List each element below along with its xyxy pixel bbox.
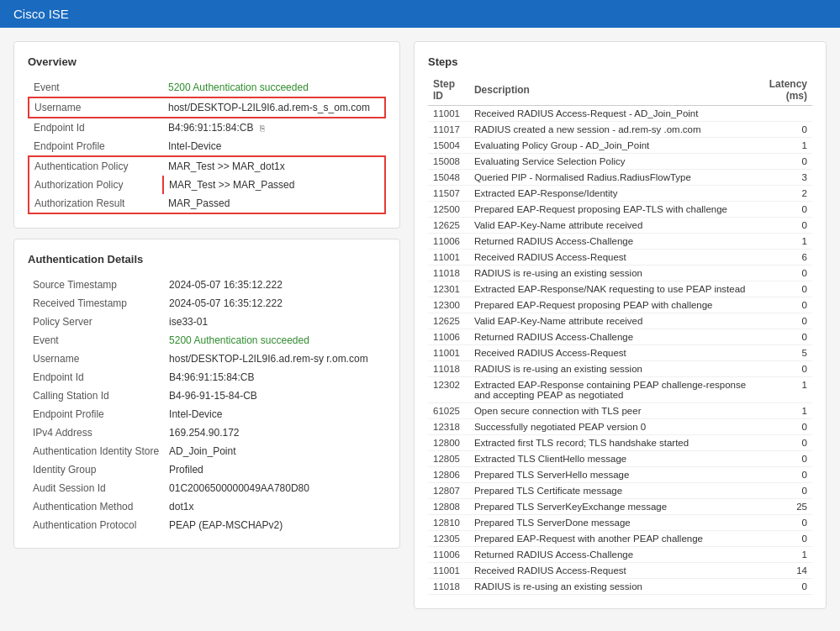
step-desc: Extracted TLS ClientHello message xyxy=(469,451,752,467)
col-step-id: Step ID xyxy=(428,75,469,106)
auth-detail-label: Endpoint Profile xyxy=(28,405,164,423)
overview-endpointid-row: Endpoint Id B4:96:91:15:84:CB ⎘ xyxy=(29,118,385,137)
steps-row: 11001Received RADIUS Access-Request14 xyxy=(428,563,812,579)
overview-auth-policy-value: MAR_Test >> MAR_dot1x xyxy=(163,156,385,176)
steps-row: 12625Valid EAP-Key-Name attribute receiv… xyxy=(428,218,812,234)
step-latency: 0 xyxy=(752,531,812,547)
auth-detail-value: host/DESKTOP-L2IL9I6.ad.rem-sy r.om.com xyxy=(164,350,386,368)
step-latency: 0 xyxy=(752,154,812,170)
auth-detail-value: AD_Join_Point xyxy=(164,442,386,460)
left-panel: Overview Event 5200 Authentication succe… xyxy=(13,41,400,609)
step-id: 12302 xyxy=(428,377,469,403)
auth-detail-row: Authentication Methoddot1x xyxy=(28,497,386,516)
overview-endpointid-value: B4:96:91:15:84:CB ⎘ xyxy=(163,118,385,137)
step-latency: 0 xyxy=(752,483,812,499)
auth-detail-row: Endpoint IdB4:96:91:15:84:CB xyxy=(28,368,386,386)
overview-authz-policy-label: Authorization Policy xyxy=(29,176,163,194)
step-desc: Returned RADIUS Access-Challenge xyxy=(469,329,752,345)
overview-heading: Overview xyxy=(28,55,386,68)
step-latency: 0 xyxy=(752,122,812,138)
step-desc: Prepared TLS Certificate message xyxy=(469,483,752,499)
auth-detail-label: Endpoint Id xyxy=(28,368,164,386)
overview-authz-result-row: Authorization Result MAR_Passed xyxy=(29,194,385,213)
step-desc: Valid EAP-Key-Name attribute received xyxy=(469,313,752,329)
step-latency: 0 xyxy=(752,313,812,329)
step-desc: Valid EAP-Key-Name attribute received xyxy=(469,218,752,234)
right-panel: Steps Step ID Description Latency (ms) 1… xyxy=(414,41,827,609)
step-latency: 1 xyxy=(752,403,812,419)
step-latency: 1 xyxy=(752,234,812,250)
step-id: 15048 xyxy=(428,170,469,186)
step-id: 12808 xyxy=(428,499,469,515)
step-desc: Extracted EAP-Response/Identity xyxy=(469,186,752,202)
auth-detail-label: Identity Group xyxy=(28,460,164,479)
auth-detail-value: 169.254.90.172 xyxy=(164,423,386,442)
step-latency: 0 xyxy=(752,281,812,297)
step-id: 12625 xyxy=(428,313,469,329)
step-desc: RADIUS is re-using an existing session xyxy=(469,361,752,377)
step-id: 15004 xyxy=(428,138,469,154)
col-description: Description xyxy=(469,75,752,106)
overview-profile-row: Endpoint Profile Intel-Device xyxy=(29,137,385,156)
step-latency: 0 xyxy=(752,451,812,467)
step-id: 61025 xyxy=(428,403,469,419)
auth-detail-label: Audit Session Id xyxy=(28,479,164,497)
step-latency xyxy=(752,106,812,122)
step-desc: Received RADIUS Access-Request xyxy=(469,250,752,266)
steps-row: 12302Extracted EAP-Response containing P… xyxy=(428,377,812,403)
steps-row: 15008Evaluating Service Selection Policy… xyxy=(428,154,812,170)
overview-event-value: 5200 Authentication succeeded xyxy=(163,78,385,97)
step-desc: Queried PIP - Normalised Radius.RadiusFl… xyxy=(469,170,752,186)
auth-detail-value: 01C2006500000049AA780D80 xyxy=(164,479,386,497)
step-desc: Extracted EAP-Response/NAK requesting to… xyxy=(469,281,752,297)
step-id: 11006 xyxy=(428,329,469,345)
step-latency: 0 xyxy=(752,515,812,531)
auth-details-card: Authentication Details Source Timestamp2… xyxy=(13,239,400,549)
steps-row: 12301Extracted EAP-Response/NAK requesti… xyxy=(428,281,812,297)
steps-row: 12808Prepared TLS ServerKeyExchange mess… xyxy=(428,499,812,515)
step-latency: 0 xyxy=(752,579,812,595)
auth-detail-value: 2024-05-07 16:35:12.222 xyxy=(164,276,386,294)
step-desc: RADIUS is re-using an existing session xyxy=(469,579,752,595)
overview-table: Event 5200 Authentication succeeded User… xyxy=(28,78,386,214)
overview-authz-result-value: MAR_Passed xyxy=(163,194,385,213)
auth-details-heading: Authentication Details xyxy=(28,253,386,266)
step-latency: 1 xyxy=(752,547,812,563)
overview-authz-policy-value: MAR_Test >> MAR_Passed xyxy=(163,176,385,194)
auth-detail-row: Audit Session Id01C2006500000049AA780D80 xyxy=(28,479,386,497)
step-id: 11001 xyxy=(428,250,469,266)
overview-username-row: Username host/DESKTOP-L2IL9I6.ad.rem-s_s… xyxy=(29,97,385,118)
step-latency: 3 xyxy=(752,170,812,186)
steps-table: Step ID Description Latency (ms) 11001Re… xyxy=(428,75,812,595)
auth-detail-row: Calling Station IdB4-96-91-15-84-CB xyxy=(28,386,386,405)
app-title-suffix: ISE xyxy=(45,7,69,21)
step-desc: Extracted first TLS record; TLS handshak… xyxy=(469,435,752,451)
overview-username-label: Username xyxy=(29,97,163,118)
auth-detail-label: Event xyxy=(28,331,164,350)
step-latency: 0 xyxy=(752,266,812,281)
overview-auth-policy-label: Authentication Policy xyxy=(29,156,163,176)
step-desc: Open secure connection with TLS peer xyxy=(469,403,752,419)
col-latency: Latency (ms) xyxy=(752,75,812,106)
steps-row: 12625Valid EAP-Key-Name attribute receiv… xyxy=(428,313,812,329)
copy-icon[interactable]: ⎘ xyxy=(260,124,265,133)
auth-detail-value: Intel-Device xyxy=(164,405,386,423)
step-desc: Prepared EAP-Request with another PEAP c… xyxy=(469,531,752,547)
step-id: 11001 xyxy=(428,106,469,122)
auth-detail-value: PEAP (EAP-MSCHAPv2) xyxy=(164,516,386,534)
step-id: 11018 xyxy=(428,579,469,595)
auth-detail-row: Identity GroupProfiled xyxy=(28,460,386,479)
auth-detail-row: Usernamehost/DESKTOP-L2IL9I6.ad.rem-sy r… xyxy=(28,350,386,368)
step-id: 11006 xyxy=(428,234,469,250)
step-desc: Extracted EAP-Response containing PEAP c… xyxy=(469,377,752,403)
auth-detail-row: Event5200 Authentication succeeded xyxy=(28,331,386,350)
step-id: 12301 xyxy=(428,281,469,297)
step-latency: 1 xyxy=(752,138,812,154)
step-id: 11018 xyxy=(428,361,469,377)
step-latency: 0 xyxy=(752,419,812,435)
auth-detail-label: Authentication Protocol xyxy=(28,516,164,534)
overview-event-label: Event xyxy=(29,78,163,97)
steps-row: 12300Prepared EAP-Request proposing PEAP… xyxy=(428,297,812,313)
steps-row: 11001Received RADIUS Access-Request6 xyxy=(428,250,812,266)
step-latency: 1 xyxy=(752,377,812,403)
